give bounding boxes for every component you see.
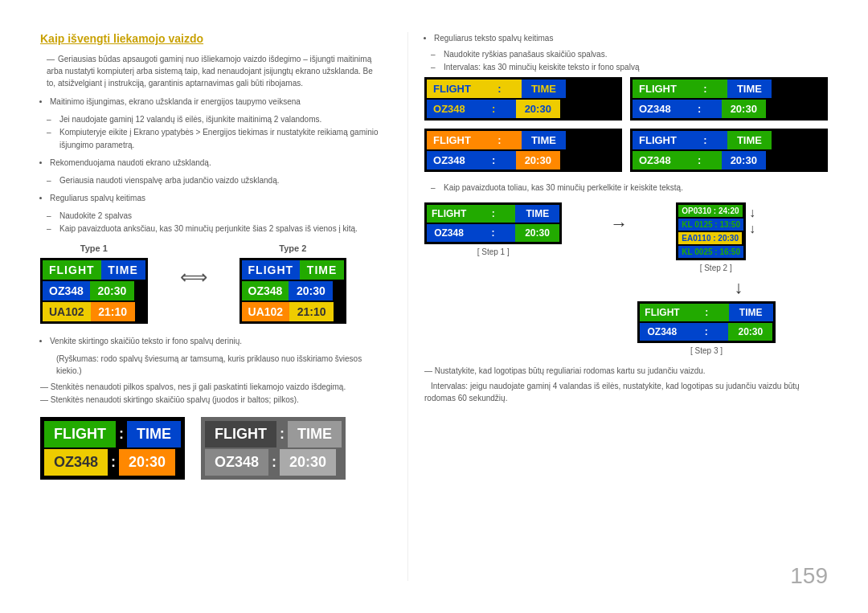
down-arrow-icon: ↓ [735,277,743,298]
dash-item-1: Jei naudojate gaminį 12 valandų iš eilės… [53,113,383,126]
page-number: 159 [790,563,828,589]
scroll-cell-3: EA0110 : 20:30 [678,232,742,244]
dash-item-5: Kaip pavaizduota anksčiau, kas 30 minuči… [53,223,383,235]
cpg2-flight: FLIGHT [633,80,683,98]
cpg3-colon2: : [472,151,516,170]
cpg3-flight: FLIGHT [427,131,477,149]
type1-time1: 20:30 [90,281,134,300]
cpg-widget-4: FLIGHT : TIME OZ348 : 20:30 [630,129,828,172]
type1-label: Type 1 [40,243,148,253]
cpg-widget-1: FLIGHT : TIME OZ348 : 20:30 [424,77,622,121]
step1-colon: : [471,205,515,223]
step3-time: TIME [729,304,773,321]
bullet-list-1: Maitinimo išjungimas, ekrano užsklanda i… [50,96,383,108]
type1-row3: UA102 21:10 [43,302,145,321]
cpg4-flight: FLIGHT [633,131,683,149]
cpg3-time2: 20:30 [516,151,560,170]
type1-flight: FLIGHT [43,260,101,280]
bullet-list-4: Venkite skirtingo skaičiūo teksto ir fon… [50,335,383,348]
step3-flight: FLIGHT [640,304,684,321]
bw-dark-time2: 20:30 [119,449,175,476]
bw-dark-row2: OZ348 : 20:30 [44,449,181,476]
step3-container: FLIGHT : TIME OZ348 : 20:30 [ Step 3 ] [585,301,828,355]
type1-ua: UA102 [43,302,91,321]
right-dash-list-2: Kaip pavaizduota toliau, kas 30 minučių … [437,182,828,194]
bullet-item-4: Venkite skirtingo skaičiūo teksto ir fon… [50,335,383,348]
type1-container: Type 1 FLIGHT TIME OZ348 20:30 UA102 21:… [40,243,148,324]
cpg4-time: TIME [727,131,772,149]
bw-gray-time: TIME [288,421,342,447]
bottom-widget-gray: FLIGHT : TIME OZ348 : 20:30 [201,417,346,480]
bullet-item-1: Maitinimo išjungimas, ekrano užsklanda i… [50,96,383,108]
step-arrow-right: → [610,202,628,235]
type1-widget: FLIGHT TIME OZ348 20:30 UA102 21:10 [40,258,148,324]
bw-gray-time2: 20:30 [280,449,336,476]
paren-text: (Ryškumas: rodo spalvų šviesumą ar tamsu… [56,353,383,377]
cpg4-oz: OZ348 [633,151,678,170]
dash-item-3: Geriausia naudoti vienspalvę arba judanč… [53,174,383,187]
bw-dark-oz: OZ348 [44,449,108,476]
bullet-item-2: Rekomenduojama naudoti ekrano užsklandą. [50,157,383,170]
bw-dark-colon: : [116,421,127,447]
cpg4-colon: : [683,131,727,149]
type2-time1: 20:30 [289,281,333,300]
dash-list-1: Jei naudojate gaminį 12 valandų iš eilės… [53,113,383,152]
step2-label: [ Step 2 ] [700,264,732,272]
dash-list-2: Geriausia naudoti vienspalvę arba judanč… [53,174,383,187]
bw-gray-flight: FLIGHT [205,421,276,447]
type2-ua: UA102 [242,302,290,321]
step1-label: [ Step 1 ] [477,247,510,256]
intro-text: Geriausias būdas apsaugoti gaminį nuo iš… [47,53,383,89]
right-dash-list: Naudokite ryškias panašaus skaičiūo spal… [437,48,828,74]
step1-time2: 20:30 [515,224,559,242]
type2-flight: FLIGHT [242,260,301,280]
bw-gray-oz: OZ348 [205,449,268,476]
right-notes: — Nustatykite, kad logotipas būtų reguli… [424,365,828,404]
step3-time2: 20:30 [728,323,772,341]
step3-widget: FLIGHT : TIME OZ348 : 20:30 [637,301,775,343]
type1-oz: OZ348 [43,281,90,300]
type1-row2: OZ348 20:30 [43,281,145,300]
type2-label: Type 2 [240,243,347,253]
step2-container: OP0310 : 24:20 KL 0125 : 13:50 EA0110 : … [676,202,755,272]
steps-row: FLIGHT : TIME OZ348 : 20:30 [ Step 1 ] → [424,202,828,272]
dash-item-2: Kompiuteryje eikite į Ekrano ypatybės > … [53,126,383,152]
cpg2-time2: 20:30 [722,100,766,118]
cpg4-colon2: : [678,151,722,170]
step2-to-step3-arrow: ↓ [649,277,828,298]
type2-container: Type 2 FLIGHT TIME OZ348 20:30 UA102 21:… [240,243,347,324]
em-text-2: — Stenkitės nenaudoti skirtingo skaičiūo… [40,394,383,404]
cpg4-time2: 20:30 [722,151,766,170]
cpg2-oz: OZ348 [633,100,678,118]
cpg2-colon2: : [678,100,722,118]
cpg1-time2: 20:30 [516,100,560,118]
type2-row1: FLIGHT TIME [242,260,345,280]
bw-gray-row2: OZ348 : 20:30 [205,449,342,476]
bullet-list-2: Rekomenduojama naudoti ekrano užsklandą. [50,157,383,170]
type1-time2: 21:10 [91,302,135,321]
type2-widget: FLIGHT TIME OZ348 20:30 UA102 21:10 [240,258,347,324]
bw-dark-time: TIME [127,421,181,447]
bw-dark-flight: FLIGHT [44,421,116,447]
bw-dark-row1: FLIGHT : TIME [44,421,181,447]
right-dash-1: Naudokite ryškias panašaus skaičiūo spal… [437,48,828,61]
right-dash-3: Kaip pavaizduota toliau, kas 30 minučių … [437,182,828,194]
right-dash-2: Intervalas: kas 30 minučių keiskite teks… [437,61,828,74]
page: Kaip išvengti liekamojo vaizdo Geriausia… [0,0,868,613]
type2-row2: OZ348 20:30 [242,281,345,300]
cpg1-colon2: : [472,100,516,118]
cpg1-time: TIME [522,80,566,98]
type1-time-header: TIME [101,260,145,280]
type2-time-header: TIME [300,260,344,280]
scroll-arrow-1: ↓ [749,206,755,220]
scroll-cell-2: KL 0125 : 13:50 [678,219,743,231]
cpg2-time: TIME [727,80,772,98]
right-column: Reguliarus teksto spalvų keitimas Naudok… [407,32,828,581]
step1-widget: FLIGHT : TIME OZ348 : 20:30 [424,202,562,244]
dash-item-4: Naudokite 2 spalvas [53,210,383,223]
scroll-arrows: ↓ ↓ [749,202,755,236]
bw-gray-row1: FLIGHT : TIME [205,421,342,447]
bw-gray-colon2: : [268,449,280,476]
em-text-1: — Stenkitės nenaudoti pilkos spalvos, ne… [40,382,383,391]
bottom-widgets: FLIGHT : TIME OZ348 : 20:30 FLIGHT : TIM… [40,417,383,480]
